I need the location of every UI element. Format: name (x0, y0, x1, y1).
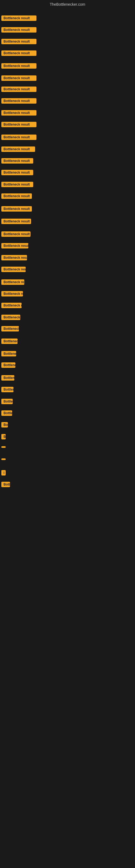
bottleneck-badge-28[interactable]: Bottleneck r (1, 339, 17, 344)
site-title: TheBottlenecker.com (50, 2, 85, 6)
bottleneck-badge-39[interactable]: i (1, 470, 6, 475)
bottleneck-badge-29[interactable]: Bottlene (1, 351, 16, 356)
bottleneck-badge-1[interactable]: Bottleneck result (1, 16, 37, 21)
bottleneck-badge-14[interactable]: Bottleneck result (1, 170, 33, 175)
bottleneck-badge-11[interactable]: Bottleneck result (1, 134, 37, 140)
bottleneck-badge-5[interactable]: Bottleneck result (1, 63, 37, 69)
bottleneck-badge-34[interactable]: Bottleneck (1, 410, 12, 416)
bottleneck-badge-7[interactable]: Bottleneck result (1, 87, 37, 92)
bottleneck-badge-2[interactable]: Bottleneck result (1, 27, 37, 33)
bottleneck-badge-31[interactable]: Bottleneck (1, 375, 14, 380)
bottleneck-badge-19[interactable]: Bottleneck result (1, 231, 31, 237)
bottleneck-badge-9[interactable]: Bottleneck result (1, 110, 37, 116)
bottleneck-badge-4[interactable]: Bottleneck result (1, 51, 37, 56)
bottleneck-badge-23[interactable]: Bottleneck result (1, 279, 24, 285)
bottleneck-badge-8[interactable]: Bottleneck result (1, 98, 37, 104)
bottleneck-badge-6[interactable]: Bottleneck result (1, 75, 37, 81)
bottleneck-badge-37[interactable] (1, 446, 6, 448)
bottleneck-badge-27[interactable]: Bottleneck result (1, 326, 19, 332)
bottleneck-badge-20[interactable]: Bottleneck result (1, 243, 28, 248)
bottleneck-badge-36[interactable]: B (1, 434, 6, 439)
bottleneck-badge-40[interactable]: Bott (1, 482, 10, 487)
bottleneck-badge-12[interactable]: Bottleneck result (1, 147, 35, 152)
bottleneck-badge-26[interactable]: Bottleneck re (1, 315, 20, 320)
bottleneck-badge-22[interactable]: Bottleneck result (1, 267, 26, 272)
bottleneck-badge-10[interactable]: Bottleneck result (1, 122, 37, 127)
bottleneck-badge-15[interactable]: Bottleneck result (1, 182, 33, 187)
bottleneck-badge-21[interactable]: Bottleneck result (1, 255, 27, 260)
bottleneck-badge-38[interactable] (1, 458, 6, 460)
bottleneck-badge-16[interactable]: Bottleneck result (1, 193, 32, 199)
bottleneck-badge-33[interactable]: Bottlen (1, 399, 13, 404)
bottleneck-badge-30[interactable]: Bottleneck n (1, 362, 15, 368)
bottleneck-badge-17[interactable]: Bottleneck result (1, 206, 32, 212)
bottleneck-badge-24[interactable]: Bottleneck result (1, 291, 23, 297)
bottleneck-badge-35[interactable]: Bo (1, 422, 8, 428)
bottleneck-badge-18[interactable]: Bottleneck result (1, 219, 31, 224)
bottleneck-badge-3[interactable]: Bottleneck result (1, 39, 37, 44)
bottleneck-badge-32[interactable]: Bottleneck re (1, 387, 13, 392)
bottleneck-badge-25[interactable]: Bottleneck result (1, 303, 21, 308)
bottleneck-badge-13[interactable]: Bottleneck result (1, 158, 33, 163)
